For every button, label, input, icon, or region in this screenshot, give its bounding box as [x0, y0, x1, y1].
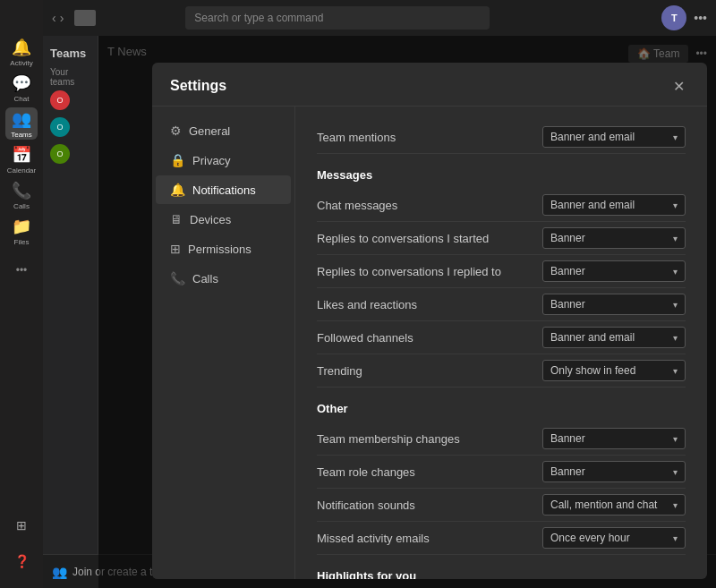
nav-item-devices[interactable]: 🖥 Devices: [156, 205, 291, 234]
section-header-highlights: Highlights for you: [317, 569, 686, 579]
setting-select-missed-activity[interactable]: Once every hour ▾: [542, 527, 686, 549]
search-bar[interactable]: Search or type a command: [185, 6, 490, 30]
team-item-3[interactable]: O: [50, 144, 90, 164]
chevron-team-role: ▾: [673, 467, 678, 477]
setting-row-team-membership: Team membership changes Banner ▾: [317, 422, 686, 456]
topbar: ‹ › Search or type a command T •••: [43, 0, 716, 36]
sidebar-icon-calls[interactable]: 📞 Calls: [5, 179, 38, 211]
setting-label-replies-replied: Replies to conversations I replied to: [317, 265, 501, 278]
setting-label-team-role: Team role changes: [317, 465, 415, 479]
select-value-followed-channels: Banner and email: [550, 331, 635, 344]
setting-row-notification-sounds: Notification sounds Call, mention and ch…: [317, 489, 686, 522]
nav-item-general[interactable]: ⚙ General: [156, 116, 291, 145]
notifications-icon: 🔔: [170, 183, 185, 197]
setting-row-trending: Trending Only show in feed ▾: [317, 354, 686, 388]
chevron-replies-started: ▾: [673, 234, 678, 243]
teams-list: Your teams O O O: [43, 64, 98, 167]
setting-row-team-mentions: Team mentions Banner and email ▾: [317, 121, 686, 154]
teams-panel: Teams Your teams O O O: [43, 36, 98, 588]
setting-label-likes-reactions: Likes and reactions: [317, 298, 417, 311]
setting-select-team-role[interactable]: Banner ▾: [542, 461, 686, 482]
team-item-2[interactable]: O: [50, 117, 90, 137]
nav-item-privacy[interactable]: 🔒 Privacy: [156, 146, 291, 175]
modal-title: Settings: [170, 78, 226, 94]
nav-label-general: General: [189, 124, 230, 138]
setting-label-chat-messages: Chat messages: [317, 199, 397, 212]
main-area: Teams Your teams O O O 🏠 Team ••• T News: [43, 36, 716, 588]
setting-select-chat-messages[interactable]: Banner and email ▾: [542, 194, 686, 216]
privacy-icon: 🔒: [170, 153, 185, 167]
nav-label-devices: Devices: [190, 213, 231, 226]
team-avatar-3: O: [50, 144, 70, 164]
new-window-icon[interactable]: [74, 10, 96, 26]
setting-select-team-membership[interactable]: Banner ▾: [542, 428, 686, 449]
content-area: 🏠 Team ••• T News ❤ 1 Settings ✕ ⚙: [98, 36, 716, 588]
select-value-likes-reactions: Banner: [550, 298, 585, 311]
settings-modal: Settings ✕ ⚙ General 🔒 Privacy 🔔: [152, 63, 707, 579]
app-sidebar: 🔔 Activity 💬 Chat 👥 Teams 📅 Calendar 📞 C…: [0, 0, 43, 588]
sidebar-icon-teams[interactable]: 👥 Teams: [5, 107, 38, 140]
setting-select-team-mentions[interactable]: Banner and email ▾: [542, 126, 686, 148]
user-avatar[interactable]: T: [661, 5, 686, 30]
setting-row-likes-reactions: Likes and reactions Banner ▾: [317, 288, 686, 321]
nav-item-permissions[interactable]: ⊞ Permissions: [156, 234, 291, 263]
chevron-team-mentions: ▾: [673, 132, 678, 142]
search-placeholder: Search or type a command: [194, 12, 323, 24]
setting-select-notification-sounds[interactable]: Call, mention and chat ▾: [542, 494, 686, 516]
select-value-missed-activity: Once every hour: [550, 532, 630, 544]
sidebar-icon-help[interactable]: ❓: [5, 545, 38, 577]
setting-select-followed-channels[interactable]: Banner and email ▾: [542, 327, 686, 348]
setting-label-missed-activity: Missed activity emails: [317, 532, 430, 545]
section-header-messages: Messages: [317, 168, 686, 182]
chevron-likes-reactions: ▾: [673, 300, 678, 310]
nav-item-notifications[interactable]: 🔔 Notifications: [156, 175, 291, 204]
join-team-icon: 👥: [52, 565, 67, 579]
team-avatar-1: O: [50, 90, 70, 110]
nav-item-calls[interactable]: 📞 Calls: [156, 264, 291, 293]
setting-row-missed-activity: Missed activity emails Once every hour ▾: [317, 522, 686, 555]
nav-label-notifications: Notifications: [192, 183, 256, 197]
setting-label-notification-sounds: Notification sounds: [317, 499, 415, 512]
select-value-replies-started: Banner: [550, 232, 585, 244]
select-value-replies-replied: Banner: [550, 265, 585, 277]
team-item-1[interactable]: O: [50, 90, 90, 110]
chevron-followed-channels: ▾: [673, 333, 678, 343]
calls-icon: 📞: [170, 271, 185, 285]
nav-label-permissions: Permissions: [188, 243, 251, 256]
nav-arrows: ‹ ›: [52, 11, 64, 25]
select-value-chat-messages: Banner and email: [550, 199, 635, 211]
back-arrow[interactable]: ‹: [52, 11, 56, 25]
close-button[interactable]: ✕: [668, 75, 689, 97]
setting-select-trending[interactable]: Only show in feed ▾: [542, 360, 686, 381]
sidebar-icon-activity[interactable]: 🔔 Activity: [5, 36, 38, 68]
permissions-icon: ⊞: [170, 242, 181, 256]
select-value-team-mentions: Banner and email: [550, 131, 635, 143]
sidebar-icon-calendar[interactable]: 📅 Calendar: [5, 143, 38, 175]
topbar-right: T •••: [661, 5, 707, 30]
section-header-other: Other: [317, 402, 686, 415]
select-value-trending: Only show in feed: [550, 364, 635, 377]
sidebar-icon-apps[interactable]: ⊞: [5, 509, 38, 541]
setting-select-replies-started[interactable]: Banner ▾: [542, 227, 686, 249]
chevron-replies-replied: ▾: [673, 267, 678, 277]
sidebar-icon-chat[interactable]: 💬 Chat: [5, 72, 38, 104]
sidebar-bottom: ⊞ ❓: [5, 509, 38, 588]
sidebar-icon-more[interactable]: •••: [5, 254, 38, 286]
select-value-notification-sounds: Call, mention and chat: [550, 499, 657, 511]
select-value-team-role: Banner: [550, 465, 585, 478]
sidebar-icon-files[interactable]: 📁 Files: [5, 215, 38, 247]
forward-arrow[interactable]: ›: [60, 11, 64, 25]
setting-select-replies-replied[interactable]: Banner ▾: [542, 260, 686, 282]
settings-content: Team mentions Banner and email ▾ Message…: [295, 107, 707, 579]
devices-icon: 🖥: [170, 212, 183, 226]
general-icon: ⚙: [170, 124, 182, 138]
setting-select-likes-reactions[interactable]: Banner ▾: [542, 294, 686, 315]
nav-label-calls: Calls: [192, 272, 218, 285]
setting-row-replies-replied: Replies to conversations I replied to Ba…: [317, 255, 686, 288]
more-options-icon[interactable]: •••: [694, 11, 707, 25]
select-value-team-membership: Banner: [550, 432, 585, 445]
setting-row-followed-channels: Followed channels Banner and email ▾: [317, 321, 686, 354]
chevron-missed-activity: ▾: [673, 533, 678, 543]
team-items: O O O: [50, 90, 90, 164]
setting-label-team-membership: Team membership changes: [317, 432, 460, 446]
